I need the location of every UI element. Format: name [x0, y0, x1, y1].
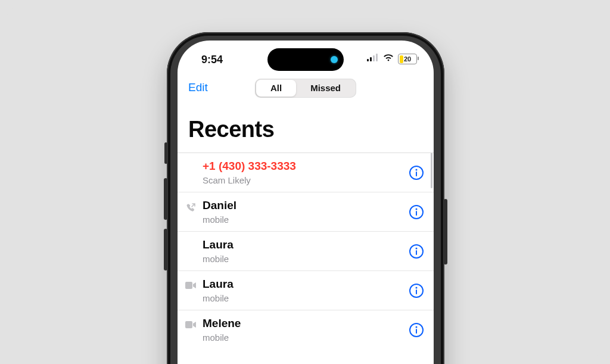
iphone-frame: 9:54 20	[167, 32, 444, 364]
info-button[interactable]	[409, 283, 424, 298]
status-time: 9:54	[201, 54, 223, 66]
svg-rect-6	[416, 172, 417, 176]
call-row[interactable]: Melene mobile	[178, 310, 434, 349]
phone-screen: 9:54 20	[178, 41, 434, 364]
segmented-control[interactable]: All Missed	[255, 79, 356, 98]
caller-name: Melene	[203, 316, 400, 331]
svg-rect-20	[416, 329, 417, 334]
video-call-icon	[185, 281, 197, 293]
battery-indicator: 20	[398, 54, 417, 64]
svg-rect-16	[416, 290, 417, 294]
info-button[interactable]	[409, 244, 424, 259]
svg-point-5	[416, 169, 418, 170]
caller-sub: mobile	[203, 293, 400, 303]
battery-percent: 20	[399, 54, 416, 64]
caller-name: +1 (430) 333-3333	[203, 159, 400, 173]
nav-bar: Edit All Missed	[178, 76, 434, 101]
svg-rect-0	[367, 59, 369, 61]
outgoing-call-icon	[185, 203, 197, 214]
call-row[interactable]: +1 (430) 333-3333 Scam Likely	[178, 153, 434, 192]
info-button[interactable]	[409, 322, 424, 338]
caller-sub: Scam Likely	[203, 175, 400, 185]
svg-rect-13	[185, 282, 192, 289]
side-button-silent	[164, 142, 167, 164]
side-button-power	[444, 199, 447, 265]
info-button[interactable]	[409, 165, 424, 181]
segment-missed[interactable]: Missed	[296, 80, 355, 97]
caller-name: Laura	[203, 238, 400, 252]
side-button-volume-up	[164, 178, 167, 220]
page-title: Recents	[188, 117, 274, 142]
svg-rect-2	[373, 55, 375, 61]
status-bar: 9:54 20	[178, 41, 434, 76]
status-right: 20	[367, 54, 417, 64]
svg-point-8	[416, 208, 418, 210]
caller-name: Laura	[203, 277, 400, 291]
caller-sub: mobile	[203, 332, 400, 343]
cellular-icon	[367, 54, 379, 64]
wifi-icon	[382, 54, 394, 64]
svg-rect-1	[370, 57, 372, 61]
info-button[interactable]	[409, 204, 424, 220]
svg-rect-3	[376, 54, 378, 61]
recents-list: +1 (430) 333-3333 Scam Likely Daniel mob…	[178, 153, 434, 349]
svg-rect-17	[185, 321, 192, 328]
call-row[interactable]: Laura mobile	[178, 270, 434, 310]
side-button-volume-down	[164, 229, 167, 270]
segment-all[interactable]: All	[256, 80, 296, 97]
svg-point-15	[416, 287, 418, 288]
caller-sub: mobile	[203, 214, 400, 225]
caller-sub: mobile	[203, 254, 400, 264]
svg-point-11	[416, 247, 418, 249]
call-row[interactable]: Laura mobile	[178, 231, 434, 270]
call-row[interactable]: Daniel mobile	[178, 192, 434, 231]
caller-name: Daniel	[203, 198, 400, 213]
svg-rect-12	[416, 250, 417, 255]
svg-rect-9	[416, 211, 417, 216]
video-call-icon	[185, 321, 197, 332]
svg-point-19	[416, 326, 418, 328]
edit-button[interactable]: Edit	[188, 81, 208, 94]
